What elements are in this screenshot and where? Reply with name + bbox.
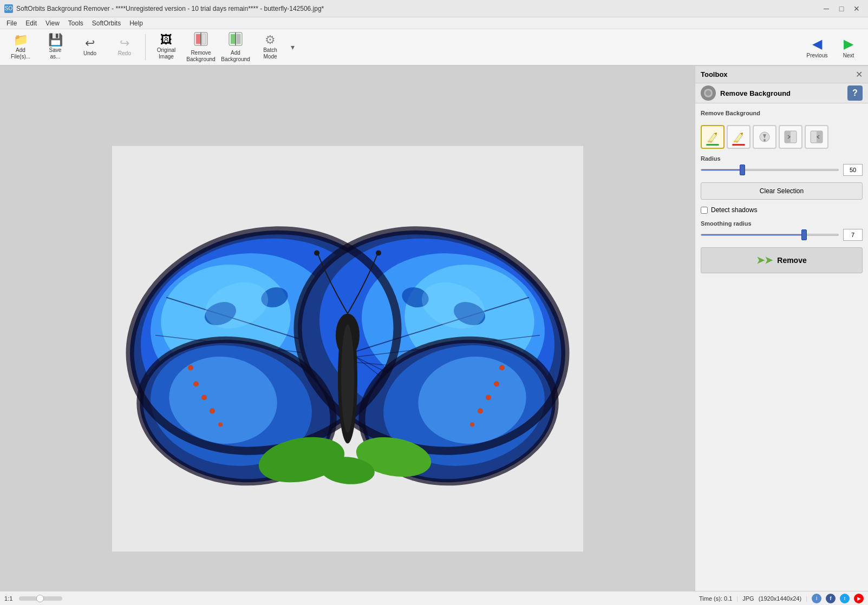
add-background-icon: [228, 31, 243, 49]
menu-view[interactable]: View: [41, 18, 64, 28]
original-image-button[interactable]: 🖼 OriginalImage: [150, 31, 182, 63]
toolbox-section-header: Remove Background ?: [695, 83, 868, 103]
svg-point-46: [470, 423, 474, 427]
eraser-left-button[interactable]: [779, 125, 802, 149]
svg-rect-64: [708, 141, 712, 142]
dimensions-label: (1920x1440x24): [759, 595, 802, 602]
add-background-label: AddBackground: [221, 50, 250, 63]
zoom-label: 1:1: [4, 595, 12, 602]
help-button[interactable]: ?: [847, 86, 863, 101]
smoothing-value[interactable]: 7: [843, 229, 863, 241]
redo-button[interactable]: ↪ Redo: [108, 31, 141, 63]
time-label: Time (s): 0.1: [699, 595, 732, 602]
canvas-area[interactable]: [0, 66, 695, 591]
info-icon[interactable]: i: [812, 594, 821, 603]
remove-button[interactable]: ➤➤ Remove: [701, 247, 863, 273]
window-controls: ─ □ ✕: [819, 3, 864, 14]
detect-shadows-row: Detect shadows: [701, 206, 863, 214]
add-files-label: AddFile(s)...: [11, 47, 30, 60]
svg-point-41: [218, 423, 223, 427]
menu-edit[interactable]: Edit: [21, 18, 41, 28]
radius-section: Radius 50: [701, 155, 863, 176]
svg-point-51: [376, 251, 381, 256]
menu-help[interactable]: Help: [125, 18, 147, 28]
svg-rect-2: [202, 34, 206, 44]
remove-background-icon: [193, 31, 208, 49]
maximize-button[interactable]: □: [834, 3, 849, 14]
svg-point-45: [478, 409, 483, 414]
menu-softorbits[interactable]: SoftOrbits: [88, 18, 125, 28]
add-background-button[interactable]: AddBackground: [219, 31, 252, 63]
previous-button[interactable]: ◀ Previous: [802, 31, 832, 63]
undo-label: Undo: [83, 50, 96, 57]
slider-thumb[interactable]: [740, 165, 745, 175]
close-button[interactable]: ✕: [850, 3, 864, 14]
toolbox-content: Remove Background: [695, 103, 868, 280]
svg-point-43: [494, 382, 499, 387]
undo-button[interactable]: ↩ Undo: [74, 31, 106, 63]
menu-bar: File Edit View Tools SoftOrbits Help: [0, 17, 868, 29]
toolbox-header: Toolbox ✕: [695, 66, 868, 83]
zoom-indicator: 1:1: [4, 595, 12, 602]
svg-point-63: [706, 90, 711, 96]
smoothing-section: Smoothing radius 7: [701, 220, 863, 241]
smoothing-thumb[interactable]: [801, 229, 807, 240]
section-title: Remove Background: [720, 89, 791, 97]
red-underline: [732, 144, 745, 146]
detect-shadows-label: Detect shadows: [711, 206, 757, 214]
remove-brush-button[interactable]: [727, 125, 750, 149]
auto-tool-button[interactable]: [753, 125, 776, 149]
status-separator-2: |: [806, 595, 807, 602]
eraser-right-button[interactable]: [805, 125, 828, 149]
canvas-image: [112, 146, 583, 552]
twitter-icon[interactable]: t: [840, 594, 850, 603]
smoothing-row: 7: [701, 229, 863, 241]
zoom-slider[interactable]: [19, 596, 62, 601]
batch-mode-label: BatchMode: [263, 47, 277, 60]
toolbar-sep-1: [145, 34, 146, 60]
slider-fill: [701, 169, 742, 170]
section-icon: [701, 86, 716, 101]
toolbox-panel: Toolbox ✕ Remove Background ? Remove Bac…: [695, 66, 868, 591]
undo-icon: ↩: [85, 37, 95, 49]
next-button[interactable]: ▶ Next: [833, 31, 864, 63]
original-image-icon: 🖼: [160, 34, 172, 46]
youtube-icon[interactable]: ▶: [854, 594, 864, 603]
facebook-icon[interactable]: f: [826, 594, 836, 603]
rb-group-label: Remove Background: [701, 110, 863, 116]
remove-background-button[interactable]: RemoveBackground: [185, 31, 217, 63]
status-bar: 1:1 Time (s): 0.1 | JPG (1920x1440x24) |…: [0, 591, 868, 605]
radius-slider[interactable]: [701, 165, 839, 175]
app-icon: SO: [4, 4, 13, 13]
smoothing-slider[interactable]: [701, 229, 839, 240]
remove-bg-label: Remove Background: [701, 110, 863, 119]
toolbar-nav: ◀ Previous ▶ Next: [802, 31, 864, 63]
format-label: JPG: [742, 595, 754, 602]
toolbar-expand[interactable]: ▾: [289, 31, 296, 63]
status-right: Time (s): 0.1 | JPG (1920x1440x24) | i f…: [699, 594, 864, 603]
svg-point-37: [188, 365, 193, 371]
previous-icon: ◀: [812, 36, 822, 51]
menu-file[interactable]: File: [2, 18, 21, 28]
batch-mode-button[interactable]: ⚙ BatchMode: [254, 31, 286, 63]
radius-label: Radius: [701, 155, 863, 162]
add-files-button[interactable]: 📁 AddFile(s)...: [4, 31, 37, 63]
radius-row: 50: [701, 164, 863, 176]
save-as-button[interactable]: 💾 Saveas...: [39, 31, 71, 63]
svg-point-67: [763, 139, 766, 141]
zoom-thumb[interactable]: [36, 595, 44, 602]
menu-tools[interactable]: Tools: [64, 18, 88, 28]
svg-point-42: [499, 365, 505, 371]
minimize-button[interactable]: ─: [819, 3, 833, 14]
svg-point-39: [201, 395, 207, 400]
smoothing-label: Smoothing radius: [701, 220, 863, 227]
slider-track: [701, 169, 839, 171]
detect-shadows-checkbox[interactable]: [701, 207, 708, 214]
keep-brush-button[interactable]: [701, 125, 725, 149]
toolbox-close-button[interactable]: ✕: [856, 69, 863, 80]
save-as-icon: 💾: [48, 34, 63, 46]
toolbar: 📁 AddFile(s)... 💾 Saveas... ↩ Undo ↪ Red…: [0, 29, 868, 66]
save-as-label: Saveas...: [49, 47, 62, 60]
radius-value[interactable]: 50: [843, 164, 863, 176]
clear-selection-button[interactable]: Clear Selection: [701, 182, 863, 200]
